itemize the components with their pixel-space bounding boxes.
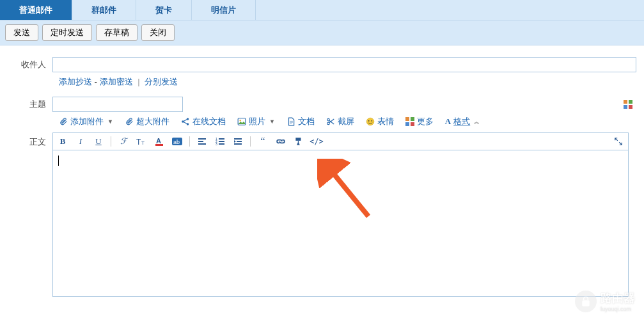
smile-icon [366, 117, 375, 126]
svg-text:T: T [136, 138, 141, 146]
paperclip-icon [59, 117, 68, 126]
svg-rect-21 [155, 144, 163, 146]
tab-postcard[interactable]: 明信片 [192, 0, 256, 20]
fullscreen-icon[interactable] [613, 136, 624, 147]
split-send-link[interactable]: 分别发送 [145, 77, 178, 86]
add-bcc-link[interactable]: 添加密送 [100, 77, 133, 86]
list-ol-icon[interactable]: 123 [214, 136, 226, 147]
add-cc-link[interactable]: 添加抄送 [59, 77, 92, 86]
subject-input[interactable] [52, 97, 183, 112]
image-icon [237, 117, 246, 126]
svg-point-11 [366, 118, 374, 125]
document[interactable]: 文档 [287, 116, 315, 127]
underline-icon[interactable]: U [93, 136, 104, 147]
dropdown-icon: ▼ [107, 118, 113, 125]
dropdown-icon: ▼ [269, 118, 275, 125]
svg-text:A: A [156, 137, 161, 145]
document-icon [287, 117, 295, 126]
bold-icon[interactable]: B [57, 136, 68, 147]
screenshot[interactable]: 截屏 [326, 116, 354, 127]
chevron-up-icon: ︽ [474, 118, 480, 126]
paperclip-icon [125, 117, 134, 126]
send-button[interactable]: 发送 [5, 24, 38, 41]
format-toolbar: B I U ℱ TT A ab 123 “ </> [53, 133, 628, 150]
svg-point-8 [239, 120, 240, 121]
svg-rect-0 [624, 100, 627, 104]
photo[interactable]: 照片▼ [237, 116, 275, 127]
subject-label: 主题 [8, 99, 52, 110]
cc-bcc-links: 添加抄送 - 添加密送 | 分别发送 [59, 76, 636, 88]
body-label: 正文 [8, 132, 52, 297]
tab-greeting[interactable]: 贺卡 [136, 0, 192, 20]
svg-rect-2 [624, 105, 627, 109]
quote-icon[interactable]: “ [257, 136, 269, 147]
add-attachment[interactable]: 添加附件▼ [59, 116, 113, 127]
svg-rect-16 [405, 122, 409, 126]
tab-group[interactable]: 群邮件 [72, 0, 136, 20]
lock-icon [575, 291, 597, 300]
close-button[interactable]: 关闭 [141, 24, 175, 41]
grid-icon [405, 117, 414, 126]
watermark: 路由器luyouqi.com [575, 291, 635, 300]
svg-text:ab: ab [173, 139, 180, 145]
format-painter-icon[interactable] [293, 136, 304, 147]
tab-regular[interactable]: 普通邮件 [0, 0, 72, 20]
svg-rect-14 [405, 117, 409, 121]
svg-point-12 [368, 120, 370, 122]
svg-rect-17 [411, 122, 414, 126]
schedule-button[interactable]: 定时发送 [42, 24, 92, 41]
save-draft-button[interactable]: 存草稿 [96, 24, 137, 41]
to-label: 收件人 [8, 59, 52, 70]
emoji[interactable]: 表情 [366, 116, 394, 127]
font-color-icon[interactable]: A [153, 136, 165, 147]
svg-rect-1 [629, 100, 632, 104]
to-input[interactable] [52, 57, 636, 72]
svg-rect-3 [629, 105, 632, 109]
big-attachment[interactable]: 超大附件 [125, 116, 169, 127]
attach-bar: 添加附件▼ 超大附件 在线文档 照片▼ 文档 截屏 表情 更多 [59, 116, 636, 127]
font-family-icon[interactable]: ℱ [118, 136, 129, 147]
apps-icon[interactable] [624, 100, 632, 109]
action-toolbar: 发送 定时发送 存草稿 关闭 [0, 20, 644, 45]
format-toggle[interactable]: A 格式︽ [445, 116, 480, 127]
svg-point-13 [371, 120, 372, 122]
svg-text:T: T [141, 140, 145, 146]
link-icon[interactable] [275, 136, 287, 147]
body-textarea[interactable] [53, 150, 628, 296]
mail-type-tabs: 普通邮件 群邮件 贺卡 明信片 [0, 0, 644, 20]
font-size-icon[interactable]: TT [136, 136, 147, 147]
highlight-icon[interactable]: ab [171, 136, 183, 147]
align-icon[interactable] [196, 136, 208, 147]
indent-icon[interactable] [232, 136, 244, 147]
code-icon[interactable]: </> [311, 136, 322, 147]
svg-text:3: 3 [216, 142, 217, 146]
text-cursor [58, 156, 59, 166]
editor: B I U ℱ TT A ab 123 “ </> [52, 132, 629, 297]
share-icon [181, 117, 190, 126]
svg-rect-15 [411, 117, 414, 121]
italic-icon[interactable]: I [75, 136, 86, 147]
more[interactable]: 更多 [405, 116, 434, 127]
online-doc[interactable]: 在线文档 [181, 116, 226, 127]
svg-rect-27 [295, 138, 301, 141]
scissors-icon [326, 117, 335, 126]
format-icon: A [445, 116, 451, 127]
